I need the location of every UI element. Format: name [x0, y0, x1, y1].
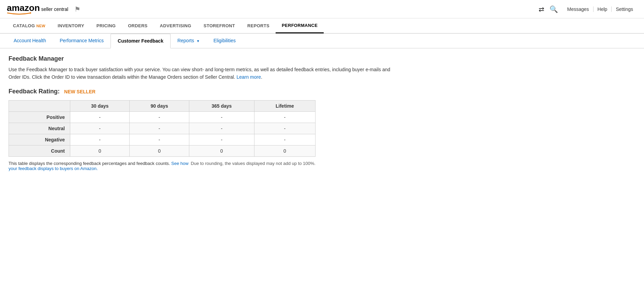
table-row: Count 0 0 0 0	[9, 145, 316, 156]
table-row: Negative - - - -	[9, 134, 316, 145]
table-row: Neutral - - - -	[9, 123, 316, 134]
count-365days: 0	[189, 145, 254, 156]
header-links: Messages Help Settings	[563, 6, 637, 12]
tab-account-health[interactable]: Account Health	[7, 34, 53, 48]
table-header-lifetime: Lifetime	[254, 100, 315, 111]
transfer-icon[interactable]: ⇄	[539, 5, 544, 13]
amazon-logo: amazon seller central	[7, 3, 68, 15]
main-content: Feedback Manager Use the Feedback Manage…	[0, 48, 409, 178]
table-header-empty	[9, 100, 70, 111]
catalog-new-badge: NEW	[36, 24, 45, 28]
nav-item-pricing[interactable]: PRICING	[90, 18, 122, 33]
negative-30days: -	[70, 134, 130, 145]
page-description: Use the Feedback Manager to track buyer …	[9, 66, 401, 81]
page-title: Feedback Manager	[9, 55, 401, 62]
nav-item-reports[interactable]: REPORTS	[241, 18, 276, 33]
neutral-lifetime: -	[254, 123, 315, 134]
feedback-table: 30 days 90 days 365 days Lifetime Positi…	[9, 100, 316, 157]
nav-item-inventory[interactable]: INVENTORY	[52, 18, 90, 33]
tab-customer-feedback[interactable]: Customer Feedback	[111, 34, 171, 48]
count-30days: 0	[70, 145, 130, 156]
new-seller-badge: NEW SELLER	[64, 89, 96, 94]
feedback-rating-title: Feedback Rating: NEW SELLER	[9, 88, 401, 95]
neutral-365days: -	[189, 123, 254, 134]
neutral-90days: -	[130, 123, 189, 134]
table-header-90days: 90 days	[130, 100, 189, 111]
seller-central-text: seller central	[41, 7, 68, 12]
table-footer-right: Due to rounding, the values displayed ma…	[191, 161, 316, 171]
table-header-365days: 365 days	[189, 100, 254, 111]
table-footer: This table displays the corresponding fe…	[9, 161, 316, 171]
search-icon[interactable]: 🔍	[550, 5, 558, 13]
sub-tabs: Account Health Performance Metrics Custo…	[0, 34, 644, 48]
svg-marker-0	[30, 12, 31, 14]
amazon-arrow-icon	[7, 11, 31, 15]
nav-bar: CATALOG NEW INVENTORY PRICING ORDERS ADV…	[0, 18, 644, 34]
row-label-neutral: Neutral	[9, 123, 70, 134]
header-right: ⇄ 🔍 Messages Help Settings	[539, 5, 637, 13]
flag-icon: ⚑	[74, 5, 80, 13]
positive-30days: -	[70, 111, 130, 123]
table-header-30days: 30 days	[70, 100, 130, 111]
nav-item-storefront[interactable]: STOREFRONT	[197, 18, 241, 33]
learn-more-link[interactable]: Learn more	[236, 74, 261, 80]
positive-365days: -	[189, 111, 254, 123]
negative-90days: -	[130, 134, 189, 145]
count-90days: 0	[130, 145, 189, 156]
nav-item-catalog[interactable]: CATALOG NEW	[7, 18, 52, 33]
tab-performance-metrics[interactable]: Performance Metrics	[53, 34, 111, 48]
reports-dropdown-arrow: ▼	[196, 39, 200, 43]
logo-container: amazon seller central ⚑	[7, 3, 80, 15]
table-row: Positive - - - -	[9, 111, 316, 123]
count-lifetime: 0	[254, 145, 315, 156]
tab-eligibilities[interactable]: Eligibilities	[207, 34, 243, 48]
row-label-count: Count	[9, 145, 70, 156]
help-link[interactable]: Help	[593, 6, 612, 12]
row-label-positive: Positive	[9, 111, 70, 123]
table-footer-left: This table displays the corresponding fe…	[9, 161, 191, 171]
settings-link[interactable]: Settings	[611, 6, 637, 12]
positive-lifetime: -	[254, 111, 315, 123]
nav-item-advertising[interactable]: ADVERTISING	[154, 18, 197, 33]
nav-item-performance[interactable]: PERFORMANCE	[276, 18, 324, 33]
messages-link[interactable]: Messages	[563, 6, 593, 12]
positive-90days: -	[130, 111, 189, 123]
negative-365days: -	[189, 134, 254, 145]
nav-item-orders[interactable]: ORDERS	[122, 18, 153, 33]
tab-reports[interactable]: Reports ▼	[171, 34, 207, 48]
neutral-30days: -	[70, 123, 130, 134]
top-header: amazon seller central ⚑ ⇄ 🔍 Messages Hel…	[0, 0, 644, 18]
negative-lifetime: -	[254, 134, 315, 145]
row-label-negative: Negative	[9, 134, 70, 145]
